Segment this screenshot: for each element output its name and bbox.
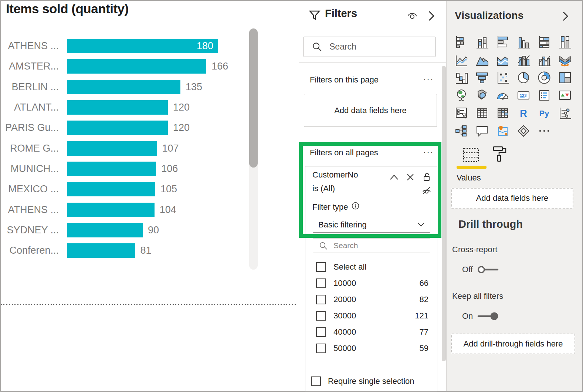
require-single-selection-checkbox[interactable] bbox=[311, 376, 321, 386]
svg-text:Py: Py bbox=[539, 109, 550, 118]
filter-value-row[interactable]: 5000059 bbox=[305, 340, 437, 356]
matrix-icon[interactable] bbox=[496, 107, 509, 120]
collapse-pane-chevron-right-icon[interactable] bbox=[428, 10, 435, 23]
stacked-area-chart-icon[interactable] bbox=[496, 53, 509, 67]
power-apps-icon[interactable] bbox=[517, 124, 530, 138]
chart-bar[interactable] bbox=[67, 243, 135, 258]
filter-type-dropdown[interactable]: Basic filtering bbox=[313, 217, 430, 233]
line-and-clustered-column-chart-icon[interactable] bbox=[538, 53, 551, 67]
kpi-icon[interactable] bbox=[558, 89, 572, 102]
keep-all-filters-toggle[interactable]: On bbox=[462, 311, 499, 321]
chart-bar-row: SYDNEY ...90 bbox=[1, 220, 245, 240]
chart-bar[interactable] bbox=[67, 121, 168, 135]
cross-report-toggle[interactable]: Off bbox=[462, 265, 499, 274]
value-checkbox[interactable] bbox=[316, 278, 326, 288]
clustered-column-chart-icon[interactable] bbox=[517, 36, 530, 49]
ribbon-chart-icon[interactable] bbox=[558, 53, 572, 67]
chart-value-label: 120 bbox=[173, 122, 190, 134]
search-icon bbox=[319, 241, 328, 250]
stacked-bar-100-chart-icon[interactable] bbox=[538, 36, 551, 49]
chart-scrollbar-track[interactable] bbox=[249, 28, 258, 270]
values-add-fields-dropzone[interactable]: Add data fields here bbox=[451, 188, 573, 209]
stacked-column-chart-icon[interactable] bbox=[475, 36, 489, 49]
stacked-column-100-chart-icon[interactable] bbox=[558, 36, 572, 49]
toggle-on-icon bbox=[477, 312, 499, 321]
chart-value-label: 180 bbox=[197, 40, 213, 52]
q-and-a-icon[interactable] bbox=[475, 124, 489, 138]
value-checkbox[interactable] bbox=[316, 344, 326, 353]
drill-through-add-fields-dropzone[interactable]: Add drill-through fields here bbox=[451, 334, 575, 354]
eye-icon[interactable] bbox=[406, 11, 418, 22]
chart-bar[interactable] bbox=[67, 100, 168, 115]
chart-bar[interactable] bbox=[67, 223, 143, 237]
value-checkbox[interactable] bbox=[316, 327, 326, 337]
waterfall-chart-icon[interactable] bbox=[455, 71, 468, 84]
chart-bar[interactable] bbox=[67, 80, 180, 94]
line-and-stacked-column-chart-icon[interactable] bbox=[517, 53, 530, 67]
chart-bar[interactable] bbox=[67, 141, 157, 156]
fields-tab[interactable] bbox=[463, 147, 479, 164]
chart-bar[interactable] bbox=[67, 182, 155, 196]
chart-value-label: 90 bbox=[148, 224, 159, 236]
key-influencers-icon[interactable] bbox=[558, 107, 572, 120]
donut-chart-icon[interactable] bbox=[538, 71, 551, 84]
stacked-bar-chart-icon[interactable] bbox=[455, 36, 468, 49]
gauge-icon[interactable] bbox=[496, 89, 509, 102]
card-icon[interactable]: 123 bbox=[517, 89, 530, 102]
table-icon[interactable] bbox=[475, 107, 489, 120]
clustered-bar-chart-icon[interactable] bbox=[496, 36, 509, 49]
chart-bar-row: Conferen...81 bbox=[1, 240, 245, 261]
all-pages-more-options-icon[interactable]: ... bbox=[423, 145, 434, 155]
filters-pane-scrollbar[interactable] bbox=[442, 66, 446, 361]
chart-category-label: SYDNEY ... bbox=[1, 224, 67, 236]
scatter-chart-icon[interactable] bbox=[496, 71, 509, 84]
chart-scrollbar-thumb[interactable] bbox=[249, 28, 258, 168]
filter-values-search-input[interactable] bbox=[333, 241, 416, 250]
filter-card-customerno: CustomerNo is (All) Filter type bbox=[305, 166, 437, 391]
filter-value-row[interactable]: 30000121 bbox=[305, 308, 437, 324]
funnel-chart-icon[interactable] bbox=[475, 71, 489, 84]
this-page-more-options-icon[interactable]: ... bbox=[423, 72, 434, 82]
filter-value-row[interactable]: 2000082 bbox=[305, 291, 437, 308]
arcgis-map-icon[interactable] bbox=[496, 124, 509, 138]
this-page-add-fields-dropzone[interactable]: Add data fields here bbox=[304, 94, 437, 127]
more-options-icon[interactable] bbox=[538, 124, 551, 138]
remove-filter-close-icon[interactable] bbox=[407, 173, 414, 182]
filters-search-box[interactable] bbox=[304, 37, 435, 57]
chart-bar[interactable]: 180 bbox=[67, 39, 218, 53]
chart-category-label: ATHENS ... bbox=[1, 204, 67, 216]
filled-map-icon[interactable] bbox=[475, 89, 489, 102]
visualization-gallery: 123RPy bbox=[451, 33, 575, 140]
collapse-viz-pane-chevron-right-icon[interactable] bbox=[562, 11, 569, 23]
chart-bar[interactable] bbox=[67, 59, 206, 74]
hide-filter-eye-slash-icon[interactable] bbox=[422, 186, 431, 197]
filter-value-row[interactable]: 4000077 bbox=[305, 324, 437, 340]
collapse-filter-chevron-up-icon[interactable] bbox=[390, 174, 399, 182]
multi-row-card-icon[interactable] bbox=[538, 89, 551, 102]
filter-value-row[interactable]: 1000066 bbox=[305, 275, 437, 291]
chart-bar[interactable] bbox=[67, 162, 156, 176]
require-single-selection-row[interactable]: Require single selection bbox=[311, 376, 414, 386]
lock-filter-icon[interactable] bbox=[422, 172, 431, 183]
line-chart-icon[interactable] bbox=[455, 53, 468, 67]
decomposition-tree-icon[interactable] bbox=[455, 124, 468, 138]
treemap-icon[interactable] bbox=[558, 71, 572, 84]
value-checkbox[interactable] bbox=[316, 295, 326, 304]
pie-chart-icon[interactable] bbox=[517, 71, 530, 84]
chart-bar[interactable] bbox=[67, 203, 155, 217]
select-all-row[interactable]: Select all bbox=[305, 259, 437, 275]
fields-icon bbox=[463, 147, 479, 163]
map-icon[interactable] bbox=[455, 89, 468, 102]
python-script-icon[interactable]: Py bbox=[538, 107, 551, 120]
info-icon[interactable] bbox=[352, 202, 359, 212]
slicer-icon[interactable] bbox=[455, 107, 468, 120]
svg-text:R: R bbox=[520, 108, 527, 119]
value-checkbox[interactable] bbox=[316, 311, 326, 321]
area-chart-icon[interactable] bbox=[475, 53, 489, 67]
r-script-icon[interactable]: R bbox=[517, 107, 530, 120]
filters-search-input[interactable] bbox=[329, 41, 419, 52]
select-all-checkbox[interactable] bbox=[316, 262, 326, 272]
filter-values-search-box[interactable] bbox=[313, 238, 430, 253]
format-tab[interactable] bbox=[492, 146, 507, 164]
chart-value-label: 106 bbox=[161, 163, 178, 175]
